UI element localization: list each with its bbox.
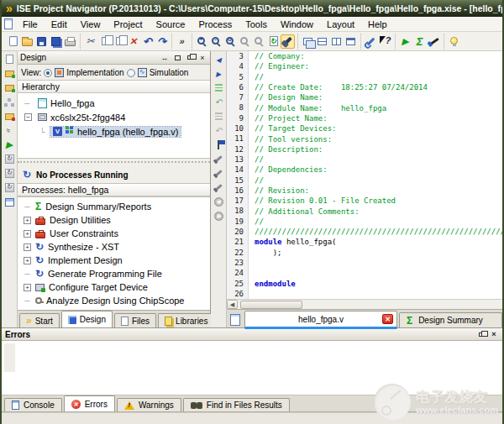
horizontal-scrollbar[interactable]: ◀ xyxy=(227,299,502,309)
process-item[interactable]: ─Design Summary/Reports xyxy=(18,200,210,213)
zoom-full-view-button[interactable]: o xyxy=(223,34,238,49)
tab-errors[interactable]: Errors xyxy=(64,395,115,411)
tree-item-module[interactable]: └ hello_fpga (hello_fpga.v) xyxy=(18,124,210,139)
menu-item-source[interactable]: Source xyxy=(150,18,192,31)
tab-console[interactable]: Console xyxy=(4,398,62,411)
mark-tool-1-button[interactable] xyxy=(213,154,225,165)
menu-item-edit[interactable]: Edit xyxy=(45,18,74,31)
navigate-back-button[interactable] xyxy=(213,196,225,207)
tree-item-device[interactable]: − xc6slx25t-2fgg484 xyxy=(18,110,210,124)
menu-item-help[interactable]: Help xyxy=(361,18,394,31)
undo-lines-button[interactable] xyxy=(213,125,225,136)
design-panel-header[interactable]: Design ↔ × xyxy=(18,51,210,65)
collapse-expander-icon[interactable]: − xyxy=(24,113,32,121)
refresh-source-button[interactable] xyxy=(266,34,281,49)
expand-icon[interactable]: + xyxy=(24,284,31,291)
analyze-telescope-button[interactable] xyxy=(427,34,441,49)
undo-bookmark-button[interactable] xyxy=(213,97,225,107)
zoom-region-button[interactable] xyxy=(238,34,252,49)
bookmark-flag-button[interactable] xyxy=(213,139,225,150)
close-icon[interactable]: × xyxy=(489,330,499,339)
goto-next-button[interactable] xyxy=(213,68,225,79)
add-source-button[interactable] xyxy=(3,68,16,79)
new-document-button[interactable] xyxy=(6,34,20,49)
mark-tool-2-button[interactable] xyxy=(213,168,225,179)
maximize-icon[interactable] xyxy=(172,53,182,62)
show-hierarchy-button[interactable] xyxy=(3,97,16,107)
code-area[interactable]: 3// Company:4// Engineer:5//6// Create D… xyxy=(227,51,502,299)
run-button[interactable] xyxy=(398,34,412,49)
tab-libraries[interactable]: Libraries xyxy=(158,313,214,327)
process-item[interactable]: +Design Utilities xyxy=(18,213,210,227)
float-icon[interactable] xyxy=(185,53,195,62)
menu-item-tools[interactable]: Tools xyxy=(239,18,274,31)
title-bar[interactable]: » ISE Project Navigator (P.20131013) - C… xyxy=(2,0,502,17)
cut-button[interactable] xyxy=(83,34,97,49)
rerun-all-processes-button[interactable] xyxy=(3,168,16,179)
float-window-button[interactable] xyxy=(344,34,358,49)
save-all-button[interactable] xyxy=(49,34,63,49)
menu-item-view[interactable]: View xyxy=(74,18,108,31)
design-summary-button[interactable] xyxy=(412,34,427,49)
menu-item-window[interactable]: Window xyxy=(274,18,320,31)
design-goals-button[interactable] xyxy=(3,196,16,207)
save-button[interactable] xyxy=(34,34,49,49)
delete-button[interactable] xyxy=(126,34,140,49)
float-icon[interactable] xyxy=(476,330,486,339)
simulation-radio[interactable] xyxy=(127,69,135,77)
tab-start[interactable]: Start xyxy=(19,313,60,327)
paste-button[interactable] xyxy=(112,34,126,49)
errors-output-area[interactable] xyxy=(2,341,502,395)
stop-process-button[interactable] xyxy=(3,182,16,193)
tab-design-summary[interactable]: Σ Design Summary xyxy=(399,312,502,327)
show-bookmarked-lines-button[interactable] xyxy=(213,82,225,93)
close-icon[interactable]: × xyxy=(197,53,207,62)
tab-files[interactable]: Files xyxy=(114,313,156,327)
toolbar-overflow-chevron-button[interactable] xyxy=(175,34,189,49)
tile-vertical-button[interactable] xyxy=(329,34,344,49)
copy-button[interactable] xyxy=(97,34,112,49)
zoom-previous-button[interactable] xyxy=(252,34,266,49)
process-item[interactable]: +Implement Design xyxy=(18,254,210,267)
menu-item-file[interactable]: File xyxy=(16,18,45,31)
wrench-settings-button[interactable] xyxy=(364,34,378,49)
strip-overflow-chevron-button[interactable] xyxy=(3,125,16,136)
process-item[interactable]: +Synthesize - XST xyxy=(18,240,210,254)
scroll-left-arrow-icon[interactable]: ◀ xyxy=(227,300,238,309)
remove-source-button[interactable] xyxy=(3,111,16,122)
new-source-button[interactable] xyxy=(3,54,16,65)
run-process-button[interactable] xyxy=(3,139,16,150)
lightbulb-tips-button[interactable] xyxy=(447,34,461,49)
mark-tool-3-button[interactable] xyxy=(213,182,225,193)
dock-icon[interactable]: ↔ xyxy=(160,53,170,62)
tab-find-in-files[interactable]: Find in Files Results xyxy=(183,398,290,411)
tab-hello-fpga-v[interactable]: hello_fpga.v ✕ xyxy=(244,311,397,327)
menu-item-layout[interactable]: Layout xyxy=(320,18,361,31)
menu-item-process[interactable]: Process xyxy=(192,18,239,31)
process-item[interactable]: +User Constraints xyxy=(18,227,210,240)
open-project-button[interactable] xyxy=(20,34,34,49)
goto-previous-button[interactable] xyxy=(213,54,225,65)
zoom-out-button[interactable]: - xyxy=(209,34,223,49)
zoom-in-button[interactable]: + xyxy=(195,34,209,49)
expand-icon[interactable]: + xyxy=(24,217,31,224)
expand-icon[interactable]: + xyxy=(24,243,31,251)
process-item[interactable]: ─Analyze Design Using ChipScope xyxy=(18,294,210,307)
menu-item-project[interactable]: Project xyxy=(107,18,149,31)
scrollbar-thumb[interactable] xyxy=(240,301,302,309)
cascade-windows-button[interactable] xyxy=(301,34,315,49)
rerun-process-button[interactable] xyxy=(3,154,16,165)
tree-item-project[interactable]: ─ Hello_fpga xyxy=(18,96,210,110)
process-item[interactable]: +Configure Target Device xyxy=(18,280,210,294)
tab-warnings[interactable]: Warnings xyxy=(117,398,181,411)
errors-panel-header[interactable]: Errors × xyxy=(2,327,502,341)
show-lines-button[interactable] xyxy=(213,111,225,122)
close-tab-icon[interactable]: ✕ xyxy=(382,314,393,324)
print-button[interactable] xyxy=(63,34,77,49)
redo-button[interactable] xyxy=(155,34,169,49)
tile-horizontal-button[interactable] xyxy=(315,34,329,49)
context-help-button[interactable] xyxy=(378,34,392,49)
implementation-radio[interactable] xyxy=(44,69,52,77)
expand-icon[interactable]: + xyxy=(24,230,31,238)
undo-button[interactable] xyxy=(140,34,155,49)
